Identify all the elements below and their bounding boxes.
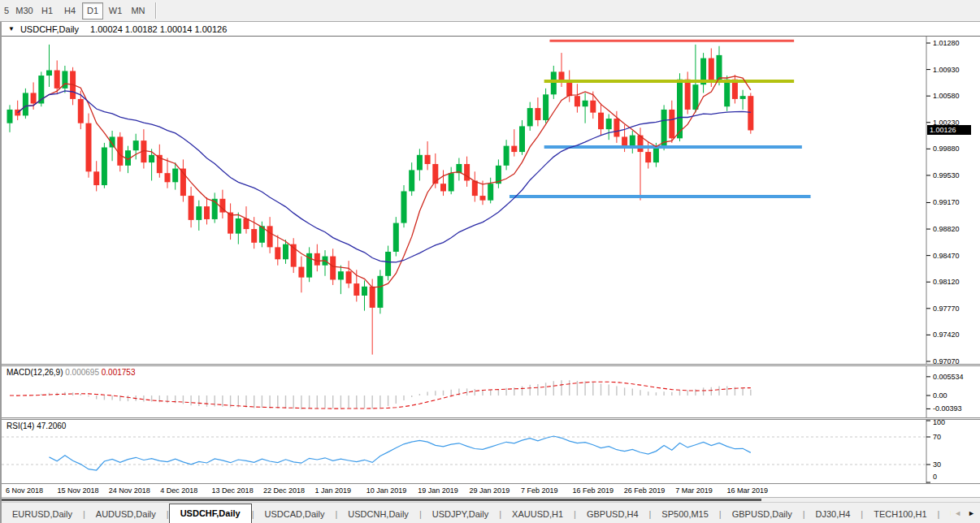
- candle-body: [645, 152, 651, 162]
- candle-body: [748, 96, 753, 130]
- timeframe-button-w1[interactable]: W1: [105, 2, 126, 19]
- tab-usdchf-daily[interactable]: USDCHF,Daily: [169, 504, 252, 523]
- candle-body: [480, 196, 486, 201]
- candle-body: [353, 283, 359, 296]
- tab-usdjpy-daily[interactable]: USDJPY,Daily: [422, 506, 500, 523]
- tab-audusd-daily[interactable]: AUDUSD,Daily: [85, 506, 167, 523]
- scrollbar-thumb[interactable]: [2, 499, 761, 501]
- chart-symbol-label: USDCHF,Daily: [20, 24, 79, 34]
- chart-title-bar: ▼ USDCHF,Daily 1.00024 1.00182 1.00014 1…: [2, 22, 980, 37]
- candle-body: [630, 136, 635, 146]
- timeframe-button-h1[interactable]: H1: [37, 2, 58, 19]
- candle-body: [314, 253, 320, 266]
- tab-scroll-left-icon[interactable]: ◄: [951, 509, 965, 517]
- chart-ohlc-values: 1.00024 1.00182 1.00014 1.00126: [90, 24, 227, 34]
- timeframe-button-d1[interactable]: D1: [82, 2, 103, 19]
- macd-axis-label: 0.00: [933, 391, 947, 400]
- candle-body: [709, 58, 714, 81]
- price-tick-label: 0.97420: [933, 331, 960, 339]
- candle-body: [669, 110, 674, 138]
- candle-body: [614, 119, 619, 136]
- candle-body: [93, 171, 99, 185]
- candle-body: [575, 96, 580, 106]
- candle-body: [717, 55, 722, 81]
- timeframe-button-m30[interactable]: M30: [14, 2, 35, 19]
- candle-body: [449, 173, 454, 191]
- tab-gbpusd-h4[interactable]: GBPUSD,H4: [576, 506, 649, 523]
- candle-body: [298, 267, 304, 278]
- candle-body: [283, 244, 288, 260]
- tab-xauusd-h1[interactable]: XAUUSD,H1: [501, 506, 574, 523]
- horizontal-scrollbar[interactable]: [2, 497, 980, 502]
- tab-sp500-m15[interactable]: SP500,M15: [651, 506, 718, 523]
- price-tick-label: 1.00580: [933, 92, 960, 100]
- candle-body: [338, 271, 344, 279]
- candle-body: [622, 136, 627, 145]
- price-pane: 1.012801.009301.005801.002300.998800.995…: [2, 37, 980, 364]
- candle-body: [196, 206, 202, 220]
- tab-eurusd-daily[interactable]: EURUSD,Daily: [2, 506, 83, 523]
- candle-body: [685, 80, 691, 110]
- price-tick-label: 0.98470: [933, 252, 960, 260]
- macd-axis-label: 0.005534: [933, 373, 964, 381]
- timeframe-button-mn[interactable]: MN: [128, 2, 149, 19]
- candle-body: [583, 101, 588, 106]
- macd-main-value: 0.000695: [65, 368, 99, 377]
- candle-body: [425, 155, 431, 164]
- rsi-pane: RSI(14) 47.2060 10070300: [2, 420, 980, 483]
- tab-dj30-h4[interactable]: DJ30,H4: [805, 506, 861, 523]
- tab-gbpusd-daily[interactable]: GBPUSD,Daily: [722, 506, 803, 523]
- chart-canvas[interactable]: [2, 37, 980, 364]
- chart-dropdown-icon[interactable]: ▼: [8, 25, 15, 32]
- candle-body: [692, 84, 698, 110]
- candle-body: [551, 71, 557, 94]
- rsi-axis-label: 70: [933, 433, 941, 441]
- candle-body: [543, 94, 549, 120]
- timeframe-button-5[interactable]: 5: [1, 2, 12, 19]
- date-tick-label: 7 Mar 2019: [675, 486, 713, 495]
- chart-canvas[interactable]: [2, 420, 980, 483]
- tab-usdcnh-daily[interactable]: USDCNH,Daily: [337, 506, 419, 523]
- tab-scroll-arrows: ◄►: [951, 503, 980, 523]
- tab-scroll-right-icon[interactable]: ►: [965, 509, 978, 517]
- date-tick-label: 19 Jan 2019: [418, 486, 458, 495]
- toolbar-separator: [155, 2, 157, 19]
- date-tick-label: 16 Feb 2019: [572, 486, 614, 495]
- candle-body: [598, 113, 604, 129]
- date-axis[interactable]: 6 Nov 201815 Nov 201824 Nov 20184 Dec 20…: [2, 483, 980, 497]
- tab-usdcad-daily[interactable]: USDCAD,Daily: [254, 506, 335, 523]
- price-tick-label: 0.97070: [933, 357, 960, 365]
- candle-body: [346, 271, 352, 283]
- rsi-axis-label: 30: [933, 460, 941, 469]
- date-tick-label: 26 Feb 2019: [624, 486, 666, 495]
- tab-tech100-h1[interactable]: TECH100,H1: [863, 506, 937, 523]
- candle-body: [86, 123, 92, 172]
- date-tick-label: 1 Jan 2019: [314, 486, 351, 495]
- macd-signal-value: 0.001753: [102, 368, 136, 377]
- macd-axis-label: -0.00393: [933, 404, 962, 413]
- date-tick-label: 6 Nov 2018: [6, 486, 43, 495]
- price-tick-label: 1.01280: [933, 39, 960, 47]
- chart-window: ▼ USDCHF,Daily 1.00024 1.00182 1.00014 1…: [0, 22, 980, 523]
- candle-body: [117, 136, 123, 165]
- candle-body: [527, 108, 533, 126]
- rsi-line: [50, 436, 751, 470]
- candle-body: [267, 226, 273, 247]
- tab-ui[interactable]: UI: [939, 506, 951, 523]
- macd-pane: MACD(12,26,9) 0.000695 0.001753 0.005534…: [2, 366, 980, 417]
- candle-body: [535, 108, 540, 120]
- candle-body: [472, 180, 478, 196]
- candle-body: [330, 257, 336, 280]
- candle-body: [488, 184, 493, 200]
- date-tick-label: 7 Feb 2019: [521, 486, 558, 495]
- candle-body: [251, 229, 257, 243]
- chart-canvas[interactable]: [2, 366, 980, 417]
- candle-body: [133, 140, 139, 150]
- candle-body: [23, 93, 28, 115]
- price-tick-label: 0.99880: [933, 145, 960, 153]
- price-tick-label: 1.00930: [933, 66, 960, 74]
- candle-body: [102, 147, 107, 185]
- macd-label: MACD(12,26,9) 0.000695 0.001753: [7, 368, 135, 377]
- candle-body: [401, 191, 407, 223]
- timeframe-button-h4[interactable]: H4: [59, 2, 80, 19]
